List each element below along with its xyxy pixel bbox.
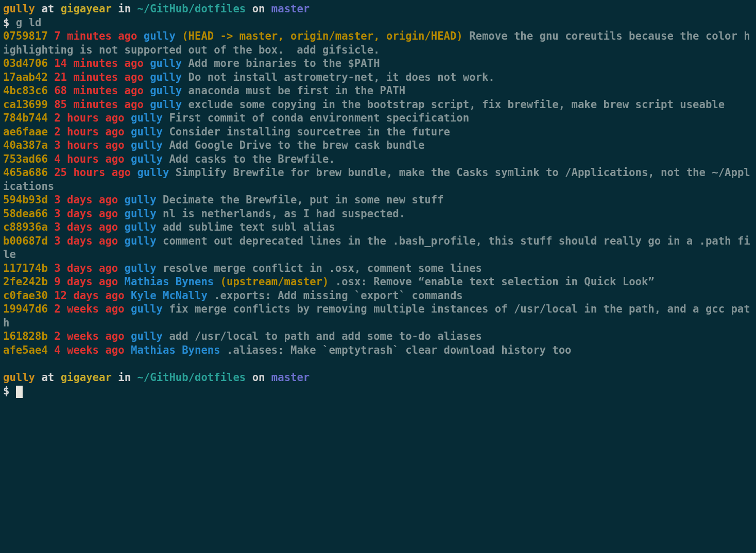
terminal-output[interactable]: gully at gigayear in ~/GitHub/dotfiles o…: [0, 0, 756, 398]
commit-author: gully: [125, 208, 157, 220]
commit-author: Mathias Bynens: [125, 275, 214, 288]
commit-author: gully: [125, 194, 157, 206]
commit-hash: 117174b: [3, 262, 48, 274]
commit-refs: (upstream/master): [220, 275, 329, 288]
prompt-at: at: [41, 371, 54, 384]
commit-message: resolve merge conflict in .osx, comment …: [163, 262, 482, 274]
prompt-host: gigayear: [61, 371, 112, 384]
prompt-line-1: gully at gigayear in ~/GitHub/dotfiles o…: [3, 3, 310, 15]
commit-author: gully: [125, 262, 157, 274]
commit-age: 68 minutes ago: [54, 84, 144, 97]
commit-message: Decimate the Brewfile, put in some new s…: [163, 194, 444, 206]
commit-refs: (HEAD -> master, origin/master, origin/H…: [182, 30, 463, 42]
commit-hash: 40a387a: [3, 139, 48, 151]
commit-message: exclude some copying in the bootstrap sc…: [188, 98, 725, 111]
commit-age: 3 days ago: [54, 208, 118, 220]
commit-age: 3 hours ago: [54, 139, 124, 151]
prompt-branch: master: [271, 3, 310, 15]
commit-author: gully: [131, 139, 163, 151]
commit-age: 4 hours ago: [54, 153, 124, 165]
commit-author: Kyle McNally: [131, 289, 208, 302]
cursor-block-icon: [16, 386, 23, 398]
commit-author: gully: [131, 153, 163, 165]
commit-hash: 784b744: [3, 112, 48, 124]
commit-message: .osx: Remove “enable text selection in Q…: [335, 275, 655, 288]
commit-age: 14 minutes ago: [54, 57, 144, 70]
commit-author: gully: [144, 30, 176, 42]
commit-hash: 17aab42: [3, 71, 48, 83]
commit-message: First commit of conda environment specif…: [169, 112, 469, 124]
commit-age: 3 days ago: [54, 235, 118, 247]
command-line: $ g ld: [3, 16, 41, 29]
commit-hash: 19947d6: [3, 303, 48, 315]
command-line-empty[interactable]: $: [3, 385, 23, 397]
commit-author: gully: [150, 98, 182, 111]
prompt-user: gully: [3, 371, 35, 384]
commit-hash: c0fae30: [3, 289, 48, 302]
commit-author: gully: [125, 235, 157, 247]
prompt-branch: master: [271, 371, 310, 384]
prompt-on: on: [252, 371, 265, 384]
commit-message: Add casks to the Brewfile.: [169, 153, 335, 165]
commit-age: 21 minutes ago: [54, 71, 144, 83]
commit-age: 85 minutes ago: [54, 98, 144, 111]
commit-author: gully: [131, 330, 163, 342]
commit-author: gully: [131, 126, 163, 138]
commit-message: add sublime text subl alias: [163, 221, 335, 233]
prompt-path: ~/GitHub/dotfiles: [137, 371, 246, 384]
prompt-at: at: [41, 3, 54, 15]
commit-hash: 753ad66: [3, 153, 48, 165]
commit-author: gully: [150, 84, 182, 97]
commit-age: 2 weeks ago: [54, 303, 124, 315]
prompt-path: ~/GitHub/dotfiles: [137, 3, 246, 15]
commit-message: Add Google Drive to the brew cask bundle: [169, 139, 424, 151]
commit-author: gully: [131, 112, 163, 124]
commit-author: gully: [150, 71, 182, 83]
commit-hash: 0759817: [3, 30, 48, 42]
commit-age: 9 days ago: [54, 275, 118, 288]
commit-hash: 465a686: [3, 166, 48, 179]
commit-message: .aliases: Make `emptytrash` clear downlo…: [227, 344, 572, 356]
commit-author: Mathias Bynens: [131, 344, 220, 356]
commit-hash: afe5ae4: [3, 344, 48, 356]
prompt-on: on: [252, 3, 265, 15]
commit-age: 7 minutes ago: [54, 30, 137, 42]
commit-author: gully: [125, 221, 157, 233]
commit-hash: 03d4706: [3, 57, 48, 70]
commit-hash: 4bc83c6: [3, 84, 48, 97]
commit-age: 2 weeks ago: [54, 330, 124, 342]
commit-age: 25 hours ago: [54, 166, 131, 179]
commit-hash: ae6faae: [3, 126, 48, 138]
commit-message: Do not install astrometry-net, it does n…: [188, 71, 495, 83]
commit-message: Consider installing sourcetree in the fu…: [169, 126, 450, 138]
commit-message: .exports: Add missing `export` commands: [214, 289, 463, 302]
commit-age: 3 days ago: [54, 262, 118, 274]
prompt-in: in: [118, 3, 131, 15]
commit-hash: c88936a: [3, 221, 48, 233]
commit-age: 12 days ago: [54, 289, 124, 302]
commit-author: gully: [131, 303, 163, 315]
commit-age: 3 days ago: [54, 194, 118, 206]
commit-age: 4 weeks ago: [54, 344, 124, 356]
prompt-in: in: [118, 371, 131, 384]
commit-author: gully: [150, 57, 182, 70]
commit-hash: 58dea66: [3, 208, 48, 220]
commit-hash: 161828b: [3, 330, 48, 342]
commit-hash: 2fe242b: [3, 275, 48, 288]
commit-hash: b00687d: [3, 235, 48, 247]
prompt-symbol: $: [3, 385, 9, 397]
commit-hash: 594b93d: [3, 194, 48, 206]
prompt-line-2: gully at gigayear in ~/GitHub/dotfiles o…: [3, 371, 310, 384]
prompt-host: gigayear: [61, 3, 112, 15]
typed-command: g ld: [16, 16, 42, 29]
commit-message: add /usr/local to path and add some to-d…: [169, 330, 482, 342]
commit-age: 2 hours ago: [54, 112, 124, 124]
commit-message: nl is netherlands, as I had suspected.: [163, 208, 405, 220]
commit-message: Add more binaries to the $PATH: [188, 57, 380, 70]
commit-age: 3 days ago: [54, 221, 118, 233]
prompt-symbol: $: [3, 16, 9, 29]
prompt-user: gully: [3, 3, 35, 15]
commit-hash: ca13699: [3, 98, 48, 111]
commit-message: anaconda must be first in the PATH: [188, 84, 406, 97]
commit-author: gully: [137, 166, 169, 179]
